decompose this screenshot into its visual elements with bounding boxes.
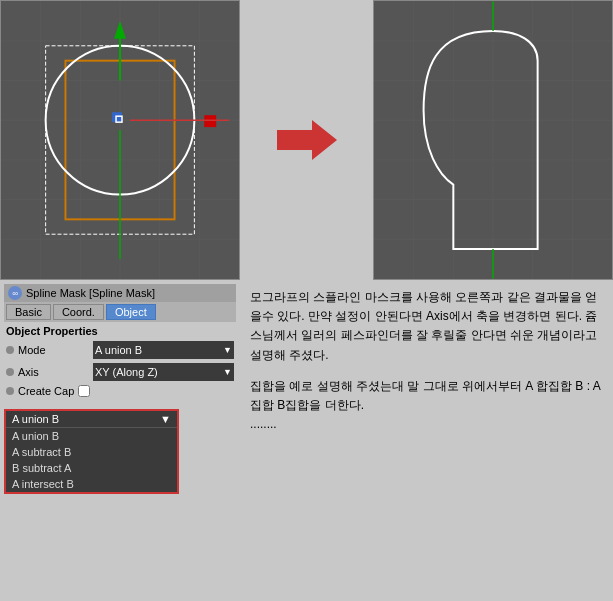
dropdown-panel: A union B ▼ A union B A subtract B B sub… (4, 409, 179, 494)
mode-row: Mode A union B ▼ (4, 339, 236, 361)
tab-object[interactable]: Object (106, 304, 156, 320)
axis-label: Axis (18, 366, 93, 378)
object-properties-title: Object Properties (4, 322, 236, 339)
mode-label: Mode (18, 344, 93, 356)
dropdown-item-0[interactable]: A union B (6, 428, 177, 444)
spline-mask-icon: ∞ (8, 286, 22, 300)
mode-select-arrow: ▼ (223, 345, 232, 355)
bottom-section: ∞ Spline Mask [Spline Mask] Basic Coord.… (0, 280, 613, 601)
axis-row: Axis XY (Along Z) ▼ (4, 361, 236, 383)
dropdown-item-2[interactable]: B subtract A (6, 460, 177, 476)
create-cap-dot (6, 387, 14, 395)
create-cap-label: Create Cap (18, 385, 74, 397)
right-text-1: 모그라프의 스플라인 마스크를 사용해 오른쪽과 같은 결과물을 얻을수 있다.… (250, 288, 603, 365)
mode-dot (6, 346, 14, 354)
right-text-dots: ........ (250, 415, 603, 434)
right-text-block-1: 모그라프의 스플라인 마스크를 사용해 오른쪽과 같은 결과물을 얻을수 있다.… (250, 288, 603, 365)
dropdown-selected-value: A union B (12, 413, 59, 425)
spline-header: ∞ Spline Mask [Spline Mask] (4, 284, 236, 302)
spline-title: Spline Mask [Spline Mask] (26, 287, 155, 299)
mode-select[interactable]: A union B ▼ (93, 341, 234, 359)
create-cap-row: Create Cap (4, 383, 236, 399)
axis-select[interactable]: XY (Along Z) ▼ (93, 363, 234, 381)
dropdown-arrow-icon: ▼ (160, 413, 171, 425)
dropdown-item-1[interactable]: A subtract B (6, 444, 177, 460)
tabs-row: Basic Coord. Object (4, 302, 236, 322)
svg-rect-15 (204, 115, 216, 127)
viewport-left (0, 0, 240, 280)
axis-value: XY (Along Z) (95, 366, 158, 378)
create-cap-checkbox[interactable] (78, 385, 90, 397)
tab-basic[interactable]: Basic (6, 304, 51, 320)
svg-marker-22 (277, 120, 337, 160)
viewport-right (373, 0, 613, 280)
dropdown-selected[interactable]: A union B ▼ (6, 411, 177, 428)
right-text-panel: 모그라프의 스플라인 마스크를 사용해 오른쪽과 같은 결과물을 얻을수 있다.… (240, 280, 613, 601)
right-text-2: 집합을 예로 설명해 주셨는대 말 그대로 위에서부터 A 합집합 B : A … (250, 377, 603, 415)
axis-dot (6, 368, 14, 376)
mode-value: A union B (95, 344, 142, 356)
dropdown-item-3[interactable]: A intersect B (6, 476, 177, 492)
arrow-container (240, 0, 373, 280)
right-arrow-icon (277, 120, 337, 160)
right-text-block-2: 집합을 예로 설명해 주셨는대 말 그대로 위에서부터 A 합집합 B : A … (250, 377, 603, 435)
axis-select-arrow: ▼ (223, 367, 232, 377)
tab-coord[interactable]: Coord. (53, 304, 104, 320)
top-viewports (0, 0, 613, 280)
svg-rect-18 (112, 112, 122, 122)
left-panel: ∞ Spline Mask [Spline Mask] Basic Coord.… (0, 280, 240, 601)
